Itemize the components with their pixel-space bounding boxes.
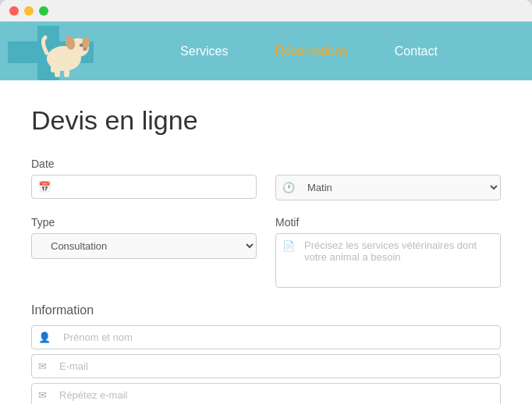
svg-rect-12 [51, 65, 55, 73]
browser-window: Services Réservations Contact Devis en l… [0, 0, 532, 404]
name-row: 👤 [31, 325, 501, 349]
svg-point-7 [80, 44, 82, 46]
nav-link-services[interactable]: Services [180, 44, 228, 58]
email-repeat-input[interactable] [53, 384, 500, 404]
maximize-button[interactable] [39, 6, 48, 16]
svg-point-9 [84, 48, 86, 49]
calendar-icon: 📅 [32, 181, 57, 193]
svg-rect-11 [64, 68, 69, 77]
motif-textarea[interactable] [301, 234, 500, 287]
motif-textarea-wrapper: 📄 [275, 233, 501, 288]
email-row: ✉ [31, 354, 501, 378]
page-title: Devis en ligne [31, 105, 501, 136]
date-field-group: Date 📅 [31, 158, 257, 200]
information-label: Information [31, 303, 501, 317]
type-field-group: Type Consultation Vaccination Chirurgie … [31, 216, 257, 288]
logo[interactable] [0, 22, 101, 80]
nav-links: Services Réservations Contact [101, 44, 532, 58]
email-repeat-icon: ✉ [32, 389, 53, 401]
type-select-wrapper: Consultation Vaccination Chirurgie Autre [31, 233, 257, 259]
date-input[interactable] [57, 175, 256, 198]
titlebar [0, 0, 532, 22]
minimize-button[interactable] [24, 6, 34, 16]
clock-icon: 🕐 [276, 182, 301, 193]
type-label: Type [31, 216, 257, 229]
email-input[interactable] [53, 355, 500, 377]
email-repeat-wrapper: ✉ [31, 383, 501, 404]
type-motif-row: Type Consultation Vaccination Chirurgie … [31, 216, 501, 288]
person-icon: 👤 [32, 331, 57, 343]
email-icon: ✉ [32, 360, 53, 372]
motif-label: Motif [275, 216, 501, 229]
time-select[interactable]: Matin Après-midi Soir [301, 175, 500, 200]
time-select-wrapper: 🕐 Matin Après-midi Soir [275, 175, 501, 200]
page-content: Devis en ligne Date 📅 🕐 Matin Après-midi… [0, 80, 532, 404]
time-label [275, 158, 501, 170]
svg-rect-10 [55, 68, 60, 77]
logo-image [8, 26, 94, 80]
navbar: Services Réservations Contact [0, 22, 532, 80]
time-field-group: 🕐 Matin Après-midi Soir [275, 158, 501, 200]
email-input-wrapper: ✉ [31, 354, 501, 378]
nav-link-contact[interactable]: Contact [395, 44, 438, 58]
name-input-wrapper: 👤 [31, 325, 501, 349]
information-section: Information 👤 ✉ ✉ [31, 303, 501, 404]
type-select[interactable]: Consultation Vaccination Chirurgie Autre [44, 234, 256, 258]
date-label: Date [31, 158, 257, 170]
doc-icon: 📄 [276, 234, 301, 258]
motif-field-group: Motif 📄 [275, 216, 501, 288]
date-input-wrapper: 📅 [31, 175, 257, 199]
email-repeat-row: ✉ [31, 383, 501, 404]
date-time-row: Date 📅 🕐 Matin Après-midi Soir [31, 158, 501, 200]
nav-link-reservations[interactable]: Réservations [275, 44, 347, 58]
name-input[interactable] [57, 326, 500, 349]
close-button[interactable] [9, 6, 19, 16]
